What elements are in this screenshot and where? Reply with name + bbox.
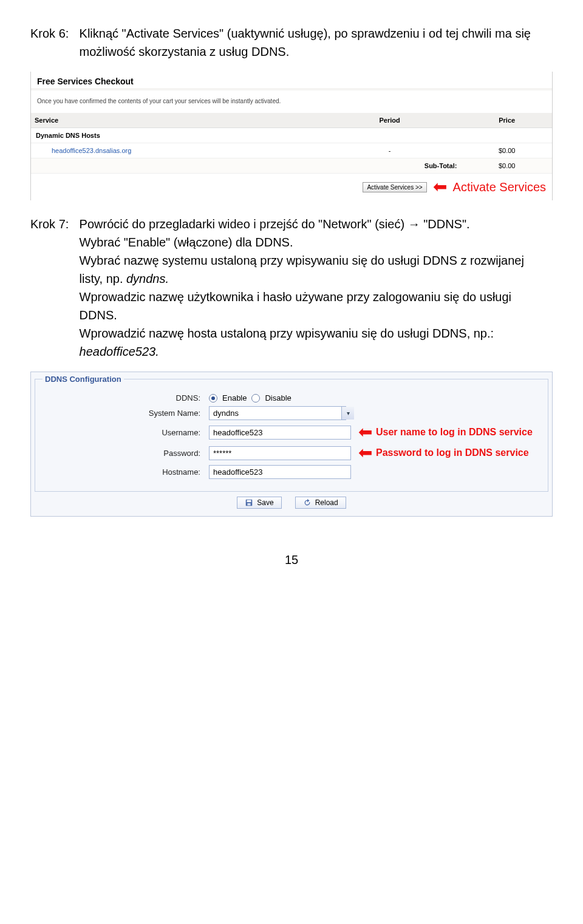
chevron-down-icon: ▾ xyxy=(341,407,354,420)
checkout-table: Service Period Price Dynamic DNS Hosts h… xyxy=(31,113,552,174)
step7-line1: Powrócić do przegladarki wideo i przejść… xyxy=(80,217,470,231)
svg-rect-1 xyxy=(247,500,251,503)
activate-row: Activate Services >> ⬅ Activate Services xyxy=(31,174,552,200)
row-password: Password: ****** ⬅ Password to log in DD… xyxy=(43,444,540,461)
system-name-select[interactable]: dyndns ▾ xyxy=(209,406,355,420)
host-link[interactable]: headoffice523.dnsalias.org xyxy=(36,147,131,154)
label-username: Username: xyxy=(43,428,209,437)
step6-label: Krok 6: xyxy=(30,24,76,42)
ddns-config-screenshot: DDNS Configuration DDNS: Enable Disable … xyxy=(30,372,553,517)
step-7: Krok 7: Powrócić do przegladarki wideo i… xyxy=(30,215,553,361)
svg-rect-2 xyxy=(248,503,251,506)
username-field[interactable]: headoffice523 xyxy=(209,426,351,440)
table-category-row: Dynamic DNS Hosts xyxy=(31,128,552,143)
step7-line5b: headoffice523. xyxy=(80,345,159,358)
save-icon xyxy=(245,498,253,507)
arrow-left-icon: ⬅ xyxy=(358,424,372,441)
price-val: $0.00 xyxy=(462,143,552,158)
subtotal-val: $0.00 xyxy=(462,158,552,174)
label-hostname: Hostname: xyxy=(43,467,209,477)
row-username: Username: headoffice523 ⬅ User name to l… xyxy=(43,424,540,441)
save-button[interactable]: Save xyxy=(237,497,281,509)
reload-icon xyxy=(303,498,312,507)
save-label: Save xyxy=(257,498,273,507)
checkout-note: Once you have confirmed the contents of … xyxy=(31,90,552,113)
row-system-name: System Name: dyndns ▾ xyxy=(43,406,540,420)
col-service: Service xyxy=(31,113,318,128)
step7-line3b: dyndns. xyxy=(126,272,169,285)
radio-enable[interactable] xyxy=(209,394,217,403)
step-6: Krok 6: Kliknąć "Activate Services" (uak… xyxy=(30,24,553,61)
label-password: Password: xyxy=(43,449,209,458)
checkout-title: Free Services Checkout xyxy=(31,72,552,90)
col-price: Price xyxy=(462,113,552,128)
label-ddns: DDNS: xyxy=(43,393,209,403)
password-callout: Password to log in DDNS service xyxy=(376,447,529,458)
arrow-left-icon: ⬅ xyxy=(433,178,447,195)
activate-callout: Activate Services xyxy=(453,180,546,194)
table-row: headoffice523.dnsalias.org - $0.00 xyxy=(31,143,552,158)
step7-line2: Wybrać "Enable" (włączone) dla DDNS. xyxy=(80,236,293,249)
system-name-value: dyndns xyxy=(209,406,346,420)
ddns-legend: DDNS Configuration xyxy=(43,375,124,384)
step7-line5a: Wprowadzić nazwę hosta ustaloną przy wpi… xyxy=(80,327,494,340)
radio-disable-label: Disable xyxy=(265,393,291,403)
username-callout: User name to log in DDNS service xyxy=(376,427,533,438)
radio-disable[interactable] xyxy=(251,394,260,403)
reload-button[interactable]: Reload xyxy=(295,497,346,509)
step7-line4: Wprowadzic nazwę użytkownika i hasło uży… xyxy=(80,290,511,322)
form-button-row: Save Reload xyxy=(31,497,552,509)
step7-label: Krok 7: xyxy=(30,215,76,233)
arrow-left-icon: ⬅ xyxy=(358,444,372,461)
checkout-screenshot: Free Services Checkout Once you have con… xyxy=(30,72,553,200)
hostname-field[interactable]: headoffice523 xyxy=(209,465,351,479)
col-period: Period xyxy=(318,113,462,128)
subtotal-label: Sub-Total: xyxy=(318,158,462,174)
row-hostname: Hostname: headoffice523 xyxy=(43,465,540,479)
ddns-fieldset: DDNS Configuration DDNS: Enable Disable … xyxy=(35,375,548,492)
row-ddns: DDNS: Enable Disable xyxy=(43,393,540,403)
table-header-row: Service Period Price xyxy=(31,113,552,128)
activate-services-button[interactable]: Activate Services >> xyxy=(363,182,426,192)
radio-enable-label: Enable xyxy=(222,393,247,403)
password-field[interactable]: ****** xyxy=(209,446,351,460)
step7-body: Powrócić do przegladarki wideo i przejść… xyxy=(80,215,547,361)
subtotal-row: Sub-Total: $0.00 xyxy=(31,158,552,174)
page-number: 15 xyxy=(30,553,553,567)
period-val: - xyxy=(318,143,462,158)
label-system-name: System Name: xyxy=(43,409,209,418)
step6-body: Kliknąć "Activate Services" (uaktywnić u… xyxy=(80,24,547,61)
category-label: Dynamic DNS Hosts xyxy=(31,128,552,143)
reload-label: Reload xyxy=(315,498,338,507)
